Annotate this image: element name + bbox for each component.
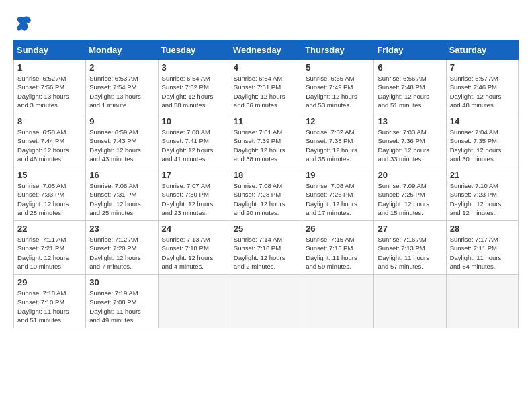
- column-header-saturday: Saturday: [446, 41, 518, 60]
- day-number: 5: [306, 62, 370, 73]
- calendar-day-14: 14Sunrise: 7:04 AM Sunset: 7:35 PM Dayli…: [446, 113, 518, 167]
- day-number: 26: [306, 224, 370, 234]
- calendar-day-29: 29Sunrise: 7:18 AM Sunset: 7:10 PM Dayli…: [14, 275, 86, 328]
- column-header-tuesday: Tuesday: [158, 41, 230, 60]
- calendar-day-19: 19Sunrise: 7:08 AM Sunset: 7:26 PM Dayli…: [302, 167, 374, 221]
- calendar-empty-cell: [446, 275, 518, 328]
- day-number: 12: [306, 116, 370, 126]
- day-info: Sunrise: 7:12 AM Sunset: 7:20 PM Dayligh…: [89, 235, 154, 271]
- calendar-day-2: 2Sunrise: 6:53 AM Sunset: 7:54 PM Daylig…: [86, 60, 158, 113]
- day-info: Sunrise: 7:05 AM Sunset: 7:33 PM Dayligh…: [17, 181, 82, 217]
- calendar-day-3: 3Sunrise: 6:54 AM Sunset: 7:52 PM Daylig…: [158, 60, 230, 113]
- day-number: 23: [89, 224, 154, 234]
- day-number: 28: [450, 224, 515, 234]
- column-header-wednesday: Wednesday: [230, 41, 302, 60]
- day-number: 14: [450, 116, 515, 126]
- calendar-week-1: 8Sunrise: 6:58 AM Sunset: 7:44 PM Daylig…: [14, 113, 519, 167]
- day-number: 17: [162, 170, 226, 180]
- day-info: Sunrise: 6:56 AM Sunset: 7:48 PM Dayligh…: [378, 74, 442, 109]
- day-info: Sunrise: 6:55 AM Sunset: 7:49 PM Dayligh…: [306, 74, 370, 109]
- day-info: Sunrise: 7:06 AM Sunset: 7:31 PM Dayligh…: [89, 181, 154, 217]
- calendar-week-4: 29Sunrise: 7:18 AM Sunset: 7:10 PM Dayli…: [14, 275, 519, 328]
- day-info: Sunrise: 7:19 AM Sunset: 7:08 PM Dayligh…: [89, 289, 154, 324]
- day-number: 22: [17, 224, 82, 234]
- calendar-day-7: 7Sunrise: 6:57 AM Sunset: 7:46 PM Daylig…: [446, 60, 518, 113]
- calendar-day-10: 10Sunrise: 7:00 AM Sunset: 7:41 PM Dayli…: [158, 113, 230, 167]
- day-info: Sunrise: 7:18 AM Sunset: 7:10 PM Dayligh…: [17, 289, 82, 324]
- day-info: Sunrise: 6:52 AM Sunset: 7:56 PM Dayligh…: [17, 74, 82, 109]
- day-info: Sunrise: 6:58 AM Sunset: 7:44 PM Dayligh…: [17, 128, 82, 163]
- day-info: Sunrise: 6:57 AM Sunset: 7:46 PM Dayligh…: [450, 74, 515, 109]
- day-info: Sunrise: 7:11 AM Sunset: 7:21 PM Dayligh…: [17, 235, 82, 271]
- day-number: 30: [89, 277, 154, 287]
- day-info: Sunrise: 7:13 AM Sunset: 7:18 PM Dayligh…: [162, 235, 226, 271]
- calendar-day-25: 25Sunrise: 7:14 AM Sunset: 7:16 PM Dayli…: [230, 221, 302, 275]
- day-info: Sunrise: 7:07 AM Sunset: 7:30 PM Dayligh…: [162, 181, 226, 217]
- day-number: 4: [234, 62, 298, 73]
- calendar-day-21: 21Sunrise: 7:10 AM Sunset: 7:23 PM Dayli…: [446, 167, 518, 221]
- day-number: 2: [89, 62, 154, 73]
- day-info: Sunrise: 7:02 AM Sunset: 7:38 PM Dayligh…: [306, 128, 370, 163]
- logo-icon: [13, 13, 34, 34]
- column-header-friday: Friday: [374, 41, 446, 60]
- calendar-day-1: 1Sunrise: 6:52 AM Sunset: 7:56 PM Daylig…: [14, 60, 86, 113]
- day-number: 11: [234, 116, 298, 126]
- calendar-day-28: 28Sunrise: 7:17 AM Sunset: 7:11 PM Dayli…: [446, 221, 518, 275]
- calendar-empty-cell: [302, 275, 374, 328]
- calendar-empty-cell: [230, 275, 302, 328]
- day-info: Sunrise: 7:09 AM Sunset: 7:25 PM Dayligh…: [378, 181, 442, 217]
- calendar-day-30: 30Sunrise: 7:19 AM Sunset: 7:08 PM Dayli…: [86, 275, 158, 328]
- day-number: 16: [89, 170, 154, 180]
- calendar-week-0: 1Sunrise: 6:52 AM Sunset: 7:56 PM Daylig…: [14, 60, 519, 113]
- page-header: [13, 13, 519, 34]
- calendar-day-16: 16Sunrise: 7:06 AM Sunset: 7:31 PM Dayli…: [86, 167, 158, 221]
- calendar-day-11: 11Sunrise: 7:01 AM Sunset: 7:39 PM Dayli…: [230, 113, 302, 167]
- day-number: 20: [378, 170, 442, 180]
- day-info: Sunrise: 6:54 AM Sunset: 7:52 PM Dayligh…: [162, 74, 226, 109]
- day-number: 24: [162, 224, 226, 234]
- day-number: 7: [450, 62, 515, 73]
- calendar-day-5: 5Sunrise: 6:55 AM Sunset: 7:49 PM Daylig…: [302, 60, 374, 113]
- day-number: 25: [234, 224, 298, 234]
- calendar-table: SundayMondayTuesdayWednesdayThursdayFrid…: [13, 40, 519, 328]
- day-number: 19: [306, 170, 370, 180]
- calendar-empty-cell: [374, 275, 446, 328]
- logo: [13, 13, 36, 34]
- calendar-day-27: 27Sunrise: 7:16 AM Sunset: 7:13 PM Dayli…: [374, 221, 446, 275]
- calendar-day-26: 26Sunrise: 7:15 AM Sunset: 7:15 PM Dayli…: [302, 221, 374, 275]
- calendar-day-15: 15Sunrise: 7:05 AM Sunset: 7:33 PM Dayli…: [14, 167, 86, 221]
- day-number: 21: [450, 170, 515, 180]
- calendar-day-4: 4Sunrise: 6:54 AM Sunset: 7:51 PM Daylig…: [230, 60, 302, 113]
- day-info: Sunrise: 6:54 AM Sunset: 7:51 PM Dayligh…: [234, 74, 298, 109]
- day-info: Sunrise: 7:15 AM Sunset: 7:15 PM Dayligh…: [306, 235, 370, 271]
- day-info: Sunrise: 7:00 AM Sunset: 7:41 PM Dayligh…: [162, 128, 226, 163]
- calendar-empty-cell: [158, 275, 230, 328]
- day-info: Sunrise: 7:17 AM Sunset: 7:11 PM Dayligh…: [450, 235, 515, 271]
- day-number: 9: [89, 116, 154, 126]
- calendar-day-8: 8Sunrise: 6:58 AM Sunset: 7:44 PM Daylig…: [14, 113, 86, 167]
- day-info: Sunrise: 7:08 AM Sunset: 7:26 PM Dayligh…: [306, 181, 370, 217]
- calendar-day-12: 12Sunrise: 7:02 AM Sunset: 7:38 PM Dayli…: [302, 113, 374, 167]
- day-info: Sunrise: 7:10 AM Sunset: 7:23 PM Dayligh…: [450, 181, 515, 217]
- day-number: 10: [162, 116, 226, 126]
- calendar-week-2: 15Sunrise: 7:05 AM Sunset: 7:33 PM Dayli…: [14, 167, 519, 221]
- day-info: Sunrise: 7:01 AM Sunset: 7:39 PM Dayligh…: [234, 128, 298, 163]
- day-number: 3: [162, 62, 226, 73]
- day-number: 13: [378, 116, 442, 126]
- day-info: Sunrise: 6:59 AM Sunset: 7:43 PM Dayligh…: [89, 128, 154, 163]
- calendar-day-18: 18Sunrise: 7:08 AM Sunset: 7:28 PM Dayli…: [230, 167, 302, 221]
- day-number: 18: [234, 170, 298, 180]
- day-number: 6: [378, 62, 442, 73]
- column-header-thursday: Thursday: [302, 41, 374, 60]
- calendar-day-20: 20Sunrise: 7:09 AM Sunset: 7:25 PM Dayli…: [374, 167, 446, 221]
- calendar-header-row: SundayMondayTuesdayWednesdayThursdayFrid…: [14, 41, 519, 60]
- day-info: Sunrise: 7:14 AM Sunset: 7:16 PM Dayligh…: [234, 235, 298, 271]
- column-header-sunday: Sunday: [14, 41, 86, 60]
- day-number: 15: [17, 170, 82, 180]
- day-info: Sunrise: 7:03 AM Sunset: 7:36 PM Dayligh…: [378, 128, 442, 163]
- calendar-day-24: 24Sunrise: 7:13 AM Sunset: 7:18 PM Dayli…: [158, 221, 230, 275]
- day-info: Sunrise: 6:53 AM Sunset: 7:54 PM Dayligh…: [89, 74, 154, 109]
- column-header-monday: Monday: [86, 41, 158, 60]
- calendar-day-6: 6Sunrise: 6:56 AM Sunset: 7:48 PM Daylig…: [374, 60, 446, 113]
- day-number: 29: [17, 277, 82, 287]
